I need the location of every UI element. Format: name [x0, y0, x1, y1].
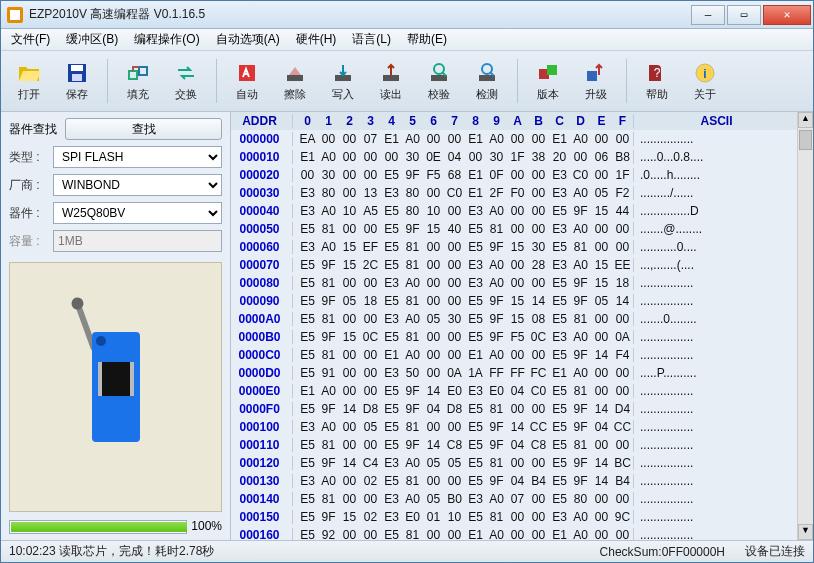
hex-row[interactable]: 0000B0E59F150CE5810000E59FF50CE3A0000A..… — [231, 328, 797, 346]
hex-row[interactable]: 000090E59F0518E5810000E59F1514E59F0514..… — [231, 292, 797, 310]
fill-button[interactable]: 填充 — [116, 55, 160, 107]
scroll-up-icon: ▲ — [798, 112, 813, 128]
close-button[interactable]: ✕ — [763, 5, 811, 25]
titlebar[interactable]: EZP2010V 高速编程器 V0.1.16.5 — ▭ ✕ — [1, 1, 813, 29]
hex-row[interactable]: 000080E5810000E3A00000E3A00000E59F1518..… — [231, 274, 797, 292]
menu-help[interactable]: 帮助(E) — [401, 29, 453, 50]
upgrade-button[interactable]: 升级 — [574, 55, 618, 107]
hex-row[interactable]: 000140E5810000E3A005B0E3A00700E5800000..… — [231, 490, 797, 508]
hex-row[interactable]: 000050E5810000E59F1540E5810000E3A00000..… — [231, 220, 797, 238]
menubar: 文件(F) 缓冲区(B) 编程操作(O) 自动选项(A) 硬件(H) 语言(L)… — [1, 29, 813, 51]
swap-button[interactable]: 交换 — [164, 55, 208, 107]
svg-text:i: i — [703, 67, 706, 81]
svg-rect-4 — [139, 67, 147, 75]
hex-row[interactable]: 000150E59F1502E3E00110E5810000E3A0009C..… — [231, 508, 797, 526]
hex-row[interactable]: 000110E5810000E59F14C8E59F04C8E5810000..… — [231, 436, 797, 454]
progress-bar — [9, 520, 187, 534]
hex-row[interactable]: 000030E3800013E38000C0E12FF000E3A005F2..… — [231, 184, 797, 202]
scroll-down-icon: ▼ — [798, 524, 813, 540]
hex-row[interactable]: 0000D0E5910000E350000A1AFFFFFCE1A00000..… — [231, 364, 797, 382]
write-button[interactable]: 写入 — [321, 55, 365, 107]
svg-rect-15 — [587, 71, 597, 81]
app-window: EZP2010V 高速编程器 V0.1.16.5 — ▭ ✕ 文件(F) 缓冲区… — [0, 0, 814, 563]
hex-panel: ADDR0123456789ABCDEFASCII000000EA000007E… — [231, 112, 813, 540]
main-area: 器件查找 查找 类型 :SPI FLASH 厂商 :WINBOND 器件 :W2… — [1, 112, 813, 540]
left-panel: 器件查找 查找 类型 :SPI FLASH 厂商 :WINBOND 器件 :W2… — [1, 112, 231, 540]
chip-icon — [92, 332, 140, 442]
window-title: EZP2010V 高速编程器 V0.1.16.5 — [29, 6, 691, 23]
vendor-label: 厂商 : — [9, 177, 47, 194]
menu-language[interactable]: 语言(L) — [346, 29, 397, 50]
hex-row[interactable]: 000160E5920000E5810000E1A00000E1A00000..… — [231, 526, 797, 540]
svg-rect-6 — [287, 75, 303, 81]
erase-button[interactable]: 擦除 — [273, 55, 317, 107]
capacity-label: 容量 : — [9, 233, 47, 250]
app-icon — [7, 7, 23, 23]
open-button[interactable]: 打开 — [7, 55, 51, 107]
menu-file[interactable]: 文件(F) — [5, 29, 56, 50]
type-select[interactable]: SPI FLASH — [53, 146, 222, 168]
scroll-thumb — [799, 130, 812, 150]
hex-row[interactable]: 000000EA000007E1A00000E1A00000E1A00000..… — [231, 130, 797, 148]
part-label: 器件 : — [9, 205, 47, 222]
hex-grid[interactable]: ADDR0123456789ABCDEFASCII000000EA000007E… — [231, 112, 797, 540]
hex-row[interactable]: 00002000300000E59FF568E10F0000E3C0001F.0… — [231, 166, 797, 184]
maximize-button[interactable]: ▭ — [727, 5, 761, 25]
svg-rect-1 — [71, 65, 83, 71]
hex-row[interactable]: 0000C0E5810000E1A00000E1A00000E59F14F4..… — [231, 346, 797, 364]
hex-row[interactable]: 000130E3A00002E5810000E59F04B4E59F14B4..… — [231, 472, 797, 490]
progress-percent: 100% — [191, 519, 222, 533]
type-label: 类型 : — [9, 149, 47, 166]
vendor-select[interactable]: WINBOND — [53, 174, 222, 196]
svg-text:?: ? — [654, 66, 661, 80]
statusbar: 10:02:23 读取芯片，完成！耗时2.78秒 CheckSum:0FF000… — [1, 540, 813, 562]
hex-row[interactable]: 0000A0E5810000E3A00530E59F1508E5810000..… — [231, 310, 797, 328]
hex-row[interactable]: 0000F0E59F14D8E59F04D8E5810000E59F14D4..… — [231, 400, 797, 418]
svg-rect-2 — [72, 74, 82, 81]
help-button[interactable]: ?帮助 — [635, 55, 679, 107]
status-message: 10:02:23 读取芯片，完成！耗时2.78秒 — [9, 543, 214, 560]
hex-row[interactable]: 000040E3A010A5E5801000E3A00000E59F1544..… — [231, 202, 797, 220]
toolbar: 打开 保存 填充 交换 自动 擦除 写入 读出 校验 检测 版本 升级 ?帮助 … — [1, 51, 813, 112]
status-checksum: CheckSum:0FF00000H — [600, 545, 725, 559]
part-select[interactable]: W25Q80BV — [53, 202, 222, 224]
find-button[interactable]: 查找 — [65, 118, 222, 140]
status-connection: 设备已连接 — [745, 543, 805, 560]
svg-rect-3 — [129, 71, 137, 79]
detect-button[interactable]: 检测 — [465, 55, 509, 107]
menu-program[interactable]: 编程操作(O) — [128, 29, 205, 50]
about-button[interactable]: i关于 — [683, 55, 727, 107]
svg-rect-8 — [383, 75, 399, 81]
search-title: 器件查找 — [9, 121, 57, 138]
hex-row[interactable]: 000100E3A00005E5810000E59F14CCE59F04CC..… — [231, 418, 797, 436]
menu-hardware[interactable]: 硬件(H) — [290, 29, 343, 50]
hex-row[interactable]: 000070E59F152CE5810000E3A00028E3A015EE..… — [231, 256, 797, 274]
hex-row[interactable]: 000060E3A015EFE5810000E59F1530E5810000..… — [231, 238, 797, 256]
hex-row[interactable]: 0000E0E1A00000E59F14E0E3E004C0E5810000..… — [231, 382, 797, 400]
hex-row[interactable]: 000010E1A0000000300E0400301F38200006B8..… — [231, 148, 797, 166]
version-button[interactable]: 版本 — [526, 55, 570, 107]
read-button[interactable]: 读出 — [369, 55, 413, 107]
verify-button[interactable]: 校验 — [417, 55, 461, 107]
auto-button[interactable]: 自动 — [225, 55, 269, 107]
hex-row[interactable]: 000120E59F14C4E3A00505E5810000E59F14BC..… — [231, 454, 797, 472]
capacity-field — [53, 230, 222, 252]
save-button[interactable]: 保存 — [55, 55, 99, 107]
socket-diagram — [9, 262, 222, 512]
menu-auto[interactable]: 自动选项(A) — [210, 29, 286, 50]
minimize-button[interactable]: — — [691, 5, 725, 25]
menu-buffer[interactable]: 缓冲区(B) — [60, 29, 124, 50]
vertical-scrollbar[interactable]: ▲ ▼ — [797, 112, 813, 540]
svg-rect-14 — [547, 65, 557, 75]
